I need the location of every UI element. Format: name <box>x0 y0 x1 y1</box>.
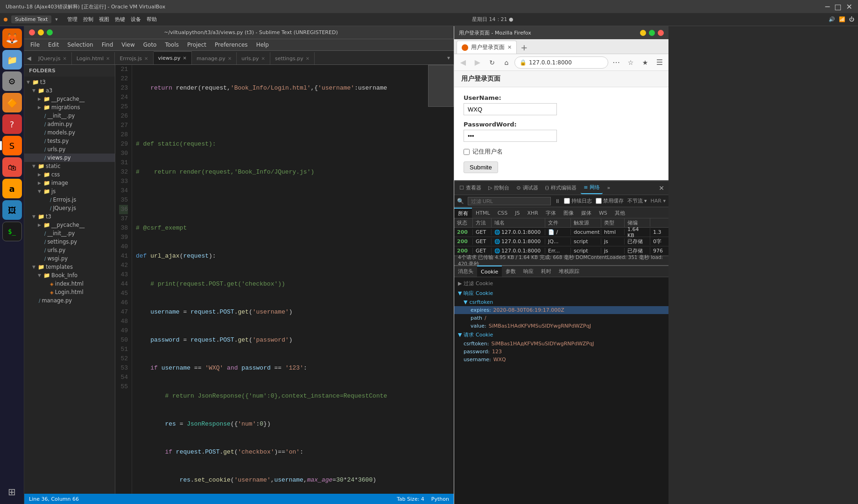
password-input[interactable] <box>464 130 557 142</box>
menu-preferences[interactable]: Preferences <box>211 41 252 49</box>
dt-more-btn[interactable]: » <box>604 182 613 194</box>
ff-more-btn[interactable]: ⋯ <box>610 56 623 69</box>
sidebar-item-css[interactable]: ▶ 📁css <box>24 170 115 179</box>
response-cookie-title[interactable]: ▼ 响应 Cookie <box>454 288 668 298</box>
dt-close-btn[interactable]: ✕ <box>657 184 666 192</box>
sidebar-item-a3[interactable]: ▼ 📁a3 <box>24 86 115 95</box>
sidebar-item-urlst3[interactable]: /urls.py <box>24 246 115 254</box>
sidebar-item-viewspy[interactable]: /views.py <box>24 154 115 162</box>
menu-kong[interactable]: 控制 <box>83 16 93 23</box>
req-username-row[interactable]: username: WXQ <box>454 356 668 364</box>
minimize-icon[interactable]: ─ <box>825 2 830 11</box>
dock-icon-sublime[interactable]: S <box>2 136 22 155</box>
request-cookie-title[interactable]: ▼ 请求 Cookie <box>454 330 668 340</box>
ff-min-btn[interactable] <box>640 30 646 36</box>
detail-tab-response[interactable]: 响应 <box>520 266 537 277</box>
dock-icon-grid[interactable]: ⊞ <box>2 482 22 502</box>
sidebar-item-errrojs[interactable]: /Errrojs.js <box>24 196 115 204</box>
tab-errrojs[interactable]: Errrojs.js✕ <box>115 52 153 64</box>
dock-icon-settings[interactable]: ⚙ <box>2 71 22 91</box>
sidebar-item-templates[interactable]: ▼ 📁templates <box>24 263 115 271</box>
tab-jquery[interactable]: JQuery.js✕ <box>34 52 72 64</box>
dt-inspector-btn[interactable]: ☐ 查看器 <box>457 182 484 194</box>
net-tab-css[interactable]: CSS <box>494 208 512 218</box>
title-min-btn[interactable] <box>38 29 44 35</box>
dock-icon-orange[interactable]: 🔶 <box>2 93 22 112</box>
ff-tab-active[interactable]: 用户登录页面 ✕ <box>457 41 517 54</box>
req-password-row[interactable]: password: 123 <box>454 348 668 356</box>
menu-tools[interactable]: Tools <box>161 41 183 49</box>
ff-forward-btn[interactable]: ▶ <box>471 56 484 69</box>
code-editor[interactable]: 21 22 23 24 25 26 27 28 29 30 31 32 33 3… <box>115 65 454 494</box>
sidebar-item-pycache1[interactable]: ▶ 📁__pycache__ <box>24 95 115 103</box>
menu-guan[interactable]: 管理 <box>67 16 77 23</box>
disable-cache-check[interactable]: 禁用缓存 <box>596 197 624 204</box>
submit-button[interactable]: Submite <box>464 161 498 173</box>
url-filter-input[interactable] <box>468 197 551 205</box>
ff-tab-close[interactable]: ✕ <box>507 44 512 50</box>
pause-icon[interactable]: ⏸ <box>555 198 560 204</box>
har-btn[interactable]: HAR ▾ <box>651 198 666 204</box>
sidebar-item-t3[interactable]: ▼ 📁t3 <box>24 78 115 86</box>
dock-icon-terminal[interactable]: $_ <box>2 222 22 241</box>
dt-console-btn[interactable]: ▷ 控制台 <box>485 182 512 194</box>
remember-checkbox[interactable] <box>464 149 470 155</box>
net-tab-xhr[interactable]: XHR <box>524 208 542 218</box>
dock-icon-firefox[interactable]: 🦊 <box>2 28 22 48</box>
dock-icon-store[interactable]: 🛍 <box>2 157 22 177</box>
sidebar-item-settings[interactable]: /settings.py <box>24 238 115 246</box>
menu-project[interactable]: Project <box>183 41 210 49</box>
net-tab-other[interactable]: 其他 <box>611 208 629 218</box>
taskbar-app-label[interactable]: Sublime Text <box>11 15 51 23</box>
menu-goto[interactable]: Goto <box>140 41 161 49</box>
sidebar-item-t3sub[interactable]: ▼ 📁t3 <box>24 212 115 221</box>
tab-more[interactable]: ▾ <box>443 55 454 61</box>
menu-she[interactable]: 设备 <box>131 16 141 23</box>
title-max-btn[interactable] <box>47 29 53 35</box>
ff-close-btn[interactable] <box>658 30 664 36</box>
csrftoken-section[interactable]: ▼ csrftoken <box>454 298 668 306</box>
network-row-1[interactable]: 200 GET 🌐127.0.0.1:8000 📄 / document htm… <box>454 228 668 237</box>
menu-help[interactable]: Help <box>253 41 273 49</box>
persist-log-check[interactable]: 持续日志 <box>564 197 592 204</box>
sidebar-item-wsgi[interactable]: /wsgi.py <box>24 254 115 263</box>
taskbar-dropdown[interactable]: ▾ <box>55 16 58 22</box>
dock-icon-help[interactable]: ? <box>2 114 22 134</box>
net-tab-all[interactable]: 所有 <box>454 208 472 218</box>
sidebar-item-bookinfo[interactable]: ▼ 📁Book_Info <box>24 271 115 280</box>
sidebar-item-js[interactable]: ▼ 📁js <box>24 187 115 196</box>
sidebar-item-models[interactable]: /models.py <box>24 128 115 137</box>
ff-home-btn[interactable]: ⌂ <box>500 56 513 69</box>
tab-nav-left[interactable]: ◀ <box>24 52 34 64</box>
net-tab-js[interactable]: JS <box>511 208 523 218</box>
title-close-btn[interactable] <box>29 29 35 35</box>
detail-tab-headers[interactable]: 消息头 <box>454 266 477 277</box>
ff-star-btn[interactable]: ★ <box>639 56 652 69</box>
dock-icon-files[interactable]: 📁 <box>2 50 22 70</box>
sidebar-item-migrations[interactable]: ▶ 📁migrations <box>24 103 115 112</box>
sidebar-item-loginhtml[interactable]: ◈Login.html <box>24 288 115 296</box>
net-tab-font[interactable]: 字体 <box>542 208 560 218</box>
ff-back-btn[interactable]: ◀ <box>457 56 470 69</box>
sidebar-item-pycache2[interactable]: ▶ 📁__pycache__ <box>24 221 115 229</box>
tab-views-active[interactable]: views.py✕ <box>154 51 192 64</box>
net-tab-html[interactable]: HTML <box>472 208 494 218</box>
menu-shi[interactable]: 视图 <box>99 16 109 23</box>
dock-icon-photos[interactable]: 🖼 <box>2 200 22 220</box>
cookie-value-row[interactable]: value: SiMBas1HAdKFVMSuSIDYwgRNPdWZPqJ <box>454 322 668 330</box>
detail-tab-stack[interactable]: 堆栈跟踪 <box>555 266 583 277</box>
dock-icon-amazon[interactable]: a <box>2 179 22 198</box>
net-tab-ws[interactable]: WS <box>595 208 611 218</box>
ff-max-btn[interactable] <box>649 30 655 36</box>
sidebar-item-admin[interactable]: /admin.py <box>24 120 115 128</box>
sidebar-item-static[interactable]: ▼ 📁static <box>24 162 115 170</box>
sidebar-item-init2[interactable]: /__init__.py <box>24 229 115 238</box>
menu-selection[interactable]: Selection <box>63 41 97 49</box>
tab-urls[interactable]: urls.py✕ <box>237 52 270 64</box>
net-tab-media[interactable]: 媒体 <box>577 208 595 218</box>
sidebar-item-jqueryjs[interactable]: /JQuery.js <box>24 204 115 212</box>
dt-style-btn[interactable]: () 样式编辑器 <box>542 182 580 194</box>
tab-settings[interactable]: settings.py✕ <box>270 52 315 64</box>
dt-network-btn[interactable]: ≡ 网络 <box>581 182 603 194</box>
detail-tab-cookie[interactable]: Cookie <box>477 266 502 277</box>
